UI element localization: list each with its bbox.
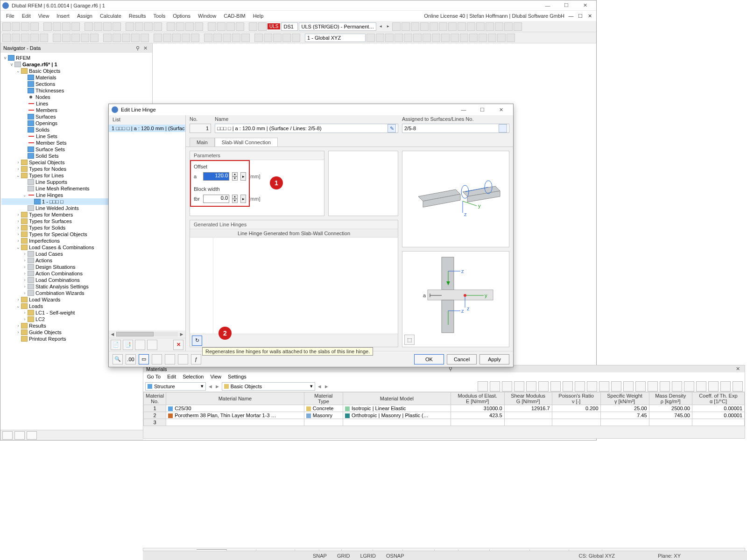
menu-view[interactable]: View [35,12,53,20]
tool-button[interactable] [165,354,175,364]
toolbar-button[interactable] [62,22,70,31]
panel-close-icon[interactable]: ✕ [141,45,149,51]
menu-insert[interactable]: Insert [53,12,73,20]
grid-tool-button[interactable] [502,381,512,392]
toolbar-button[interactable] [217,22,226,31]
osnap-toggle[interactable]: OSNAP [383,553,407,559]
edit-name-icon[interactable]: ✎ [388,124,396,133]
toolbar-button[interactable] [404,34,412,42]
toolbar-button[interactable] [21,34,29,42]
toolbar-button[interactable] [497,34,506,42]
toolbar-button[interactable] [62,34,70,42]
toolbar-button[interactable] [154,22,162,31]
grid-tool-button[interactable] [611,381,621,392]
toolbar-button[interactable] [176,22,184,31]
menu-cadbim[interactable]: CAD-BIM [220,12,249,20]
grid-tool-button[interactable] [587,381,597,392]
menu-options[interactable]: Options [169,12,194,20]
grid-tool-button[interactable] [696,381,706,392]
tree-item[interactable]: Thicknesses [1,87,151,94]
toolbar-button[interactable] [195,22,203,31]
no-field[interactable]: 1 [190,124,211,133]
grid-tool-button[interactable] [648,381,658,392]
uls-combo[interactable]: DS1 [281,22,298,31]
mat-menu-goto[interactable]: Go To [147,374,161,379]
combo-next-icon[interactable]: ► [385,22,391,31]
toolbar-button[interactable] [258,22,267,31]
toolbar-button[interactable] [249,22,257,31]
assigned-field[interactable]: 2/5-8 [402,124,509,133]
toolbar-button[interactable] [420,22,429,31]
tab-slab-wall[interactable]: Slab-Wall Connection [215,138,278,147]
grid-tool-button[interactable] [575,381,585,392]
toolbar-button[interactable] [204,34,212,42]
tree-item[interactable]: Materials [1,74,151,81]
nav-prev-icon[interactable]: ◄ [317,384,322,389]
close-button[interactable]: ✕ [576,0,594,11]
grid-toggle[interactable]: GRID [334,553,353,559]
grid-tool-button[interactable] [635,381,646,392]
grid-tool-button[interactable] [478,381,488,392]
toolbar-button[interactable] [131,34,140,42]
grid-tool-button[interactable] [490,381,500,392]
menu-window[interactable]: Window [194,12,220,20]
toolbar-button[interactable] [71,22,80,31]
tree-project[interactable]: vGarage.rf6* | 1 [1,61,151,68]
toolbar-button[interactable] [432,34,440,42]
tool-button[interactable]: ƒ [191,354,201,364]
tree-root[interactable]: vRFEM [1,55,151,61]
scroll-left-icon[interactable]: ◄ [109,331,116,337]
toolbar-button[interactable] [273,34,282,42]
tool-button[interactable] [135,340,145,350]
maximize-button[interactable]: ☐ [557,0,576,11]
toolbar-button[interactable] [12,34,20,42]
toolbar-button[interactable] [504,22,513,31]
new-item-button[interactable]: 📄 [111,340,121,350]
load-combo[interactable]: ULS (STR/GEO) - Permanent… [299,22,376,31]
menu-assign[interactable]: Assign [73,12,96,20]
toolbar-button[interactable] [90,34,99,42]
toolbar-button[interactable] [122,34,130,42]
lgrid-toggle[interactable]: LGRID [357,553,379,559]
toolbar-button[interactable] [395,34,403,42]
preview-tool-button[interactable]: ⬚ [404,335,415,345]
grid-tool-button[interactable] [514,381,524,392]
toolbar-button[interactable] [53,22,61,31]
dialog-minimize-icon[interactable]: — [454,105,473,115]
toolbar-button[interactable] [514,22,522,31]
menu-calculate[interactable]: Calculate [96,12,125,20]
materials-grid[interactable]: MaterialNo.Material NameMaterialTypeMate… [143,392,745,426]
toolbar-button[interactable] [458,22,466,31]
snap-toggle[interactable]: SNAP [310,553,330,559]
toolbar-button[interactable] [223,34,231,42]
toolbar-button[interactable] [486,22,494,31]
toolbar-button[interactable] [392,22,401,31]
toolbar-button[interactable] [167,22,175,31]
toolbar-button[interactable] [264,34,272,42]
toolbar-button[interactable] [30,22,39,31]
toolbar-button[interactable] [30,34,39,42]
grid-tool-button[interactable] [684,381,694,392]
view-tab-views-icon[interactable] [27,431,37,440]
view-tab-data-icon[interactable] [2,431,13,440]
toolbar-button[interactable] [241,34,250,42]
mdi-min-icon[interactable]: — [566,11,576,21]
nav-next-icon[interactable]: ► [324,384,329,389]
grid-tool-button[interactable] [623,381,634,392]
grid-tool-button[interactable] [599,381,609,392]
grid-tool-button[interactable] [660,381,670,392]
toolbar-button[interactable] [402,22,410,31]
mat-menu-edit[interactable]: Edit [167,374,176,379]
minimize-button[interactable]: — [538,0,557,11]
offset-goto-icon[interactable]: ▸ [240,172,246,181]
toolbar-button[interactable] [292,34,300,42]
regenerate-hinges-button[interactable]: ↻ [192,336,202,346]
toolbar-button[interactable] [282,34,291,42]
toolbar-button[interactable] [85,22,93,31]
toolbar-button[interactable] [113,22,121,31]
toolbar-button[interactable] [236,22,244,31]
grid-tool-button[interactable] [733,381,743,392]
toolbar-button[interactable] [71,34,80,42]
mat-menu-selection[interactable]: Selection [183,374,204,379]
toolbar-button[interactable] [441,34,450,42]
